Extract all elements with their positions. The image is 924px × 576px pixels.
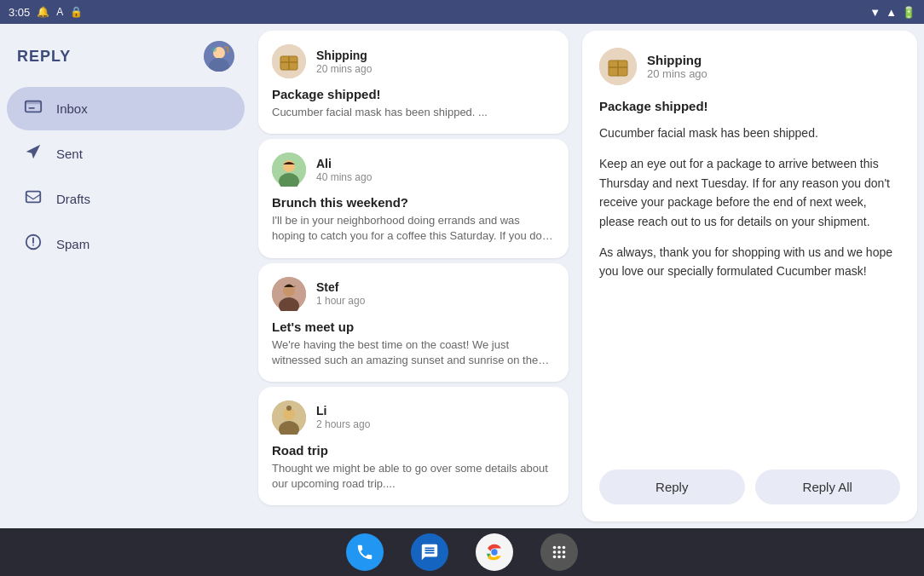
email-list: Shipping 20 mins ago Package shipped! Cu…	[251, 24, 575, 528]
lock-icon: 🔒	[70, 6, 83, 18]
inbox-label: Inbox	[56, 101, 88, 116]
status-bar-left: 3:05 🔔 A 🔒	[9, 6, 83, 19]
sender-name-3: Stef	[316, 280, 555, 294]
notification-icon: 🔔	[37, 6, 49, 18]
drafts-label: Drafts	[56, 192, 90, 206]
detail-time: 20 mins ago	[647, 67, 707, 80]
spam-icon	[24, 233, 43, 256]
app-container: REPLY Inbox Sent	[0, 24, 924, 528]
status-bar-right: ▼ ▲ 🔋	[869, 6, 915, 19]
svg-point-40	[557, 556, 561, 559]
avatar-shipping-1	[272, 44, 306, 78]
email-detail: Shipping 20 mins ago Package shipped! Cu…	[582, 31, 917, 521]
svg-point-37	[557, 550, 561, 554]
sidebar-item-inbox[interactable]: Inbox	[7, 87, 245, 130]
battery-icon: 🔋	[902, 6, 915, 19]
sender-time-3: 1 hour ago	[316, 295, 555, 307]
detail-body-p2: Keep an eye out for a package to arrive …	[599, 154, 900, 231]
status-bar: 3:05 🔔 A 🔒 ▼ ▲ 🔋	[0, 0, 924, 24]
reply-button[interactable]: Reply	[599, 469, 745, 504]
detail-body: Cucumber facial mask has been shipped. K…	[599, 124, 900, 456]
sidebar: REPLY Inbox Sent	[0, 24, 251, 528]
svg-point-35	[563, 546, 566, 550]
email-preview-1: Cucumber facial mask has been shipped. .…	[272, 105, 555, 120]
email-preview-4: Thought we might be able to go over some…	[272, 461, 555, 492]
detail-header: Shipping 20 mins ago	[599, 48, 900, 85]
sender-time-2: 40 mins ago	[316, 171, 555, 183]
sender-info-1: Shipping 20 mins ago	[316, 49, 555, 75]
svg-rect-6	[29, 107, 35, 109]
svg-point-26	[286, 406, 292, 411]
sender-info-2: Ali 40 mins ago	[316, 157, 555, 183]
sidebar-item-sent[interactable]: Sent	[7, 132, 245, 176]
sender-time-4: 2 hours ago	[316, 418, 555, 430]
svg-rect-8	[26, 192, 41, 203]
email-card-header-1: Shipping 20 mins ago	[272, 44, 555, 78]
detail-sender-info: Shipping 20 mins ago	[647, 53, 707, 80]
detail-subject: Package shipped!	[599, 99, 900, 113]
avatar-li	[272, 400, 306, 435]
app-title: REPLY	[17, 48, 71, 66]
email-subject-1: Package shipped!	[272, 87, 555, 101]
alarm-icon: A	[56, 6, 63, 18]
detail-body-p3: As always, thank you for shopping with u…	[599, 243, 900, 281]
email-card-3[interactable]: Stef 1 hour ago Let's meet up We're havi…	[258, 263, 569, 382]
signal-icon: ▲	[886, 6, 897, 19]
sender-name-4: Li	[316, 404, 555, 418]
email-preview-3: We're having the best time on the coast!…	[272, 337, 555, 368]
sender-name-1: Shipping	[316, 49, 555, 62]
inbox-icon	[24, 97, 43, 120]
detail-avatar	[599, 48, 637, 85]
email-card-1[interactable]: Shipping 20 mins ago Package shipped! Cu…	[258, 31, 569, 134]
svg-point-41	[563, 556, 566, 559]
svg-point-38	[563, 550, 566, 554]
svg-point-33	[553, 546, 557, 550]
email-subject-4: Road trip	[272, 443, 555, 458]
email-preview-2: I'll be in your neighborhood doing erran…	[272, 213, 555, 244]
sidebar-header: REPLY	[0, 34, 251, 85]
svg-rect-5	[26, 101, 41, 105]
email-subject-2: Brunch this weekend?	[272, 195, 555, 210]
email-subject-3: Let's meet up	[272, 320, 555, 334]
bottom-nav-apps[interactable]	[540, 533, 578, 571]
sent-label: Sent	[56, 147, 83, 161]
drafts-icon	[24, 187, 43, 210]
sender-info-4: Li 2 hours ago	[316, 404, 555, 430]
user-avatar[interactable]	[204, 41, 234, 72]
time-display: 3:05	[9, 6, 30, 19]
email-card-header-3: Stef 1 hour ago	[272, 277, 555, 311]
email-card-2[interactable]: Ali 40 mins ago Brunch this weekend? I'l…	[258, 139, 569, 257]
avatar-stef	[272, 277, 306, 311]
detail-body-p1: Cucumber facial mask has been shipped.	[599, 124, 900, 142]
bottom-nav-messages[interactable]	[411, 533, 448, 571]
email-card-4[interactable]: Li 2 hours ago Road trip Thought we migh…	[258, 387, 569, 505]
wifi-icon: ▼	[869, 6, 881, 19]
svg-point-39	[553, 556, 557, 559]
sender-info-3: Stef 1 hour ago	[316, 280, 555, 307]
bottom-nav-chrome[interactable]	[476, 533, 513, 571]
svg-point-34	[557, 546, 561, 550]
svg-marker-7	[26, 145, 41, 159]
sender-name-2: Ali	[316, 157, 555, 170]
detail-actions: Reply Reply All	[599, 469, 900, 504]
svg-point-11	[32, 245, 34, 246]
sidebar-item-spam[interactable]: Spam	[7, 222, 245, 266]
bottom-nav	[0, 528, 924, 576]
svg-point-3	[211, 47, 217, 52]
email-card-header-2: Ali 40 mins ago	[272, 153, 555, 187]
sidebar-item-drafts[interactable]: Drafts	[7, 177, 245, 221]
sent-icon	[24, 142, 43, 165]
svg-point-36	[553, 550, 557, 554]
sender-time-1: 20 mins ago	[316, 63, 555, 75]
email-card-header-4: Li 2 hours ago	[272, 400, 555, 435]
detail-sender-name: Shipping	[647, 53, 707, 67]
spam-label: Spam	[56, 237, 90, 251]
bottom-nav-phone[interactable]	[346, 533, 384, 571]
avatar-ali	[272, 153, 306, 187]
reply-all-button[interactable]: Reply All	[755, 469, 901, 504]
